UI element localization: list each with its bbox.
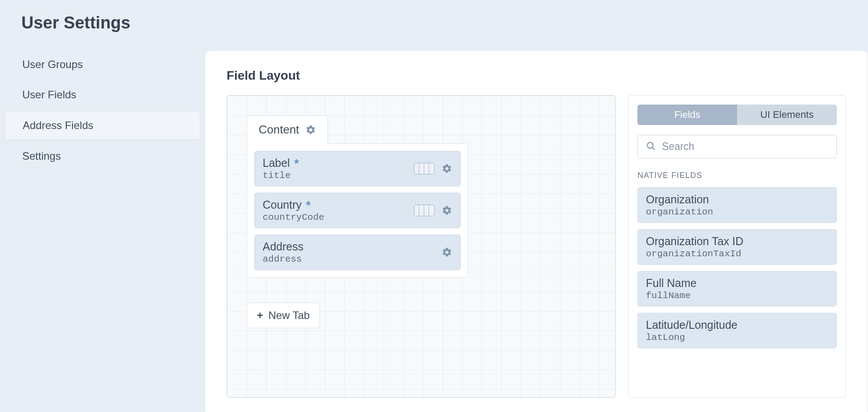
native-field-full-name[interactable]: Full Name fullName [637,271,837,307]
search-field[interactable] [637,135,837,158]
field-label: Address [263,240,304,253]
native-field-handle: organization [646,207,828,217]
section-title: Field Layout [227,69,846,83]
gear-icon[interactable] [442,247,452,258]
field-handle: countryCode [263,212,324,222]
main-panel: Field Layout Content [205,50,868,412]
gear-icon[interactable] [442,205,452,216]
native-field-label: Organization [646,193,828,206]
required-icon: * [294,158,299,169]
native-field-handle: latLong [646,332,828,343]
native-field-organization-tax-id[interactable]: Organization Tax ID organizationTaxId [637,229,837,265]
sidebar: User Groups User Fields Address Fields S… [0,50,205,172]
field-handle: address [263,254,304,264]
width-picker[interactable] [414,205,434,216]
sidebar-item-address-fields[interactable]: Address Fields [4,111,200,140]
search-input[interactable] [662,141,828,153]
field-label: Country [263,198,302,211]
sidebar-item-user-groups[interactable]: User Groups [4,50,200,79]
plus-icon: + [257,309,263,322]
sidebar-item-user-fields[interactable]: User Fields [4,81,200,109]
native-field-handle: organizationTaxId [646,249,828,259]
native-field-handle: fullName [646,291,828,301]
tab-ui-elements[interactable]: UI Elements [737,105,837,125]
native-fields-heading: NATIVE FIELDS [637,171,837,180]
field-row-label[interactable]: Label * title [254,151,461,186]
field-row-address[interactable]: Address address [254,234,461,270]
fields-panel-tabs: Fields UI Elements [637,105,837,125]
required-icon: * [306,199,311,211]
gear-icon[interactable] [442,163,452,174]
field-row-country[interactable]: Country * countryCode [254,193,461,228]
native-field-organization[interactable]: Organization organization [637,187,837,223]
search-icon [646,141,656,153]
field-handle: title [263,170,299,181]
layout-tab-name: Content [259,123,299,137]
layout-tab-header[interactable]: Content [247,115,328,144]
native-field-label: Latitude/Longitude [646,319,828,331]
new-tab-button[interactable]: + New Tab [247,303,320,328]
native-field-label: Full Name [646,277,828,290]
field-layout-canvas[interactable]: Content Label * [227,95,616,398]
tab-fields[interactable]: Fields [637,105,737,125]
page-title: User Settings [0,13,868,50]
svg-line-1 [652,147,654,149]
native-field-label: Organization Tax ID [646,235,828,248]
native-field-lat-long[interactable]: Latitude/Longitude latLong [637,313,837,348]
fields-panel: Fields UI Elements NATIVE FIELDS Organiz… [628,95,846,398]
width-picker[interactable] [414,163,434,174]
new-tab-label: New Tab [268,309,310,322]
layout-tab[interactable]: Content Label * [247,115,468,278]
gear-icon[interactable] [305,125,316,135]
layout-tab-body: Label * title [247,143,468,278]
sidebar-item-settings[interactable]: Settings [4,142,200,170]
field-label: Label [263,157,290,170]
